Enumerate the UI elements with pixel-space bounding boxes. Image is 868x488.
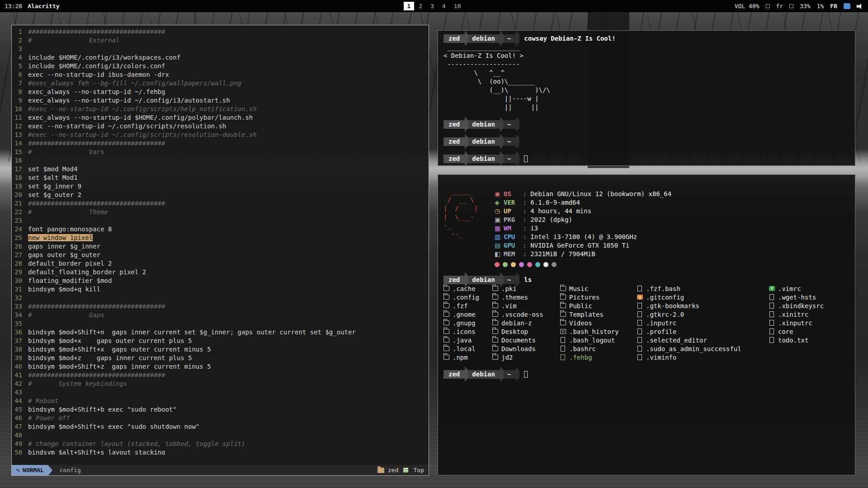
- code-line-31[interactable]: 31bindsym $mod+q kill: [14, 285, 427, 294]
- code-line-37[interactable]: 37bindsym $mod+x gaps outer current plus…: [14, 337, 427, 345]
- ls-item: .gnupg: [443, 319, 492, 327]
- code-line-17[interactable]: 17set $mod Mod4: [14, 165, 427, 174]
- folder-icon: [443, 355, 449, 360]
- code-line-44[interactable]: 44# Reboot: [14, 397, 427, 405]
- file-icon: [637, 303, 642, 309]
- code-line-20[interactable]: 20set $g_outer 2: [14, 191, 427, 199]
- code-line-50[interactable]: 50bindsym $alt+Shift+s layout stacking: [14, 448, 427, 455]
- neofetch-row-os: ◉OS : Debian GNU/Linux 12 (bookworm) x86…: [495, 190, 671, 198]
- shell-prompt: zeddebian~: [443, 155, 519, 163]
- code-line-3[interactable]: 3: [14, 45, 427, 53]
- line-number: 13: [14, 131, 28, 139]
- code-line-34[interactable]: 34# Gaps: [14, 311, 427, 319]
- code-line-30[interactable]: 30floating_modifier $mod: [14, 277, 427, 285]
- code-line-45[interactable]: 45bindsym $mod+Shift+b exec "sudo reboot…: [14, 405, 427, 414]
- code-line-8[interactable]: 8exec_always --no-startup-id ~/.fehbg: [14, 88, 427, 96]
- file-icon: [769, 294, 774, 300]
- code-line-23[interactable]: 23: [14, 216, 427, 225]
- speaker-icon[interactable]: [857, 3, 863, 9]
- workspace-button-4[interactable]: 4: [439, 2, 449, 10]
- code-line-39[interactable]: 39bindsym $mod+z gaps inner current plus…: [14, 354, 427, 362]
- code-text: set $mod Mod4: [28, 165, 78, 174]
- terminal-cowsay-window[interactable]: zeddebian~ cowsay Debian-Z Is Cool! ____…: [438, 30, 855, 166]
- neofetch-output: _____ / __ \ | / | | \___- -_ --_ ◉OS : …: [443, 187, 849, 267]
- file-name: todo.txt: [778, 337, 808, 344]
- code-line-36[interactable]: 36bindsym $mod+Shift+n gaps inner curren…: [14, 328, 427, 337]
- separator: :: [519, 199, 530, 206]
- code-text: bindsym $mod+Shift+s exec "sudo shutdown…: [28, 422, 199, 431]
- palette-dot: [535, 262, 540, 267]
- code-area[interactable]: 1####################################2# …: [12, 25, 429, 455]
- code-line-13[interactable]: 13#exec --no-startup-id ~/.config/script…: [14, 131, 427, 139]
- code-line-33[interactable]: 33####################################: [14, 302, 427, 311]
- palette-dot: [543, 262, 548, 267]
- code-line-25[interactable]: 25new_window 1pixel: [14, 234, 427, 242]
- file-name: .sudo_as_admin_successful: [646, 345, 741, 352]
- workspace-button-2[interactable]: 2: [415, 2, 426, 10]
- code-line-6[interactable]: 6exec --no-startup-id ibus-daemon -drx: [14, 70, 427, 79]
- code-line-21[interactable]: 21####################################: [14, 199, 427, 208]
- powerline-arrow-icon: [465, 151, 468, 166]
- code-line-32[interactable]: 32: [14, 294, 427, 302]
- code-line-41[interactable]: 41####################################: [14, 371, 427, 380]
- code-line-26[interactable]: 26gaps inner $g_inner: [14, 242, 427, 251]
- code-line-22[interactable]: 22# Theme: [14, 208, 427, 216]
- neofetch-row-wm: ▦WM : i3: [495, 224, 671, 233]
- code-line-5[interactable]: 5include $HOME/.config/i3/colors.conf: [14, 62, 427, 70]
- file-icon: [769, 328, 774, 334]
- code-line-15[interactable]: 15# Vars: [14, 148, 427, 156]
- ls-item: .gitconfig: [637, 293, 769, 301]
- folder-icon: [443, 295, 449, 300]
- code-line-48[interactable]: 48: [14, 431, 427, 440]
- file-name: .selected_editor: [646, 337, 707, 344]
- vim-editor-window[interactable]: 1####################################2# …: [11, 25, 429, 476]
- powerline-arrow-icon: [465, 366, 468, 382]
- code-line-11[interactable]: 11exec_always --no-startup-id $HOME/.con…: [14, 113, 427, 122]
- code-line-14[interactable]: 14####################################: [14, 139, 427, 148]
- code-line-40[interactable]: 40bindsym $mod+Shift+z gaps inner curren…: [14, 362, 427, 371]
- code-line-29[interactable]: 29default_floating_border pixel 2: [14, 268, 427, 277]
- code-line-19[interactable]: 19set $g_inner 9: [14, 182, 427, 191]
- code-line-9[interactable]: 9exec_always --no-startup-id ~/.config/i…: [14, 96, 427, 105]
- code-line-35[interactable]: 35: [14, 319, 427, 328]
- code-line-16[interactable]: 16: [14, 156, 427, 165]
- code-line-28[interactable]: 28default_border pixel 2: [14, 259, 427, 268]
- code-line-18[interactable]: 18set $alt Mod1: [14, 174, 427, 182]
- ls-item: .profile: [637, 327, 769, 336]
- code-text: gaps outer $g_outer: [28, 251, 100, 259]
- ver-icon: ◈: [495, 198, 504, 207]
- folder-icon: [443, 303, 449, 308]
- code-line-27[interactable]: 27gaps outer $g_outer: [14, 251, 427, 259]
- workspace-button-10[interactable]: 10: [450, 2, 465, 10]
- code-line-10[interactable]: 10#exec --no-startup-id ~/.config/script…: [14, 105, 427, 113]
- code-line-7[interactable]: 7#exec_always feh --bg-fill ~/.config/wa…: [14, 79, 427, 88]
- prompt-user: zed: [443, 155, 465, 163]
- code-line-2[interactable]: 2# External: [14, 36, 427, 45]
- line-number: 30: [14, 277, 28, 285]
- code-line-42[interactable]: 42# System keybindings: [14, 380, 427, 388]
- code-text: # change container layout (stacked, tabb…: [28, 440, 245, 448]
- code-line-43[interactable]: 43: [14, 388, 427, 397]
- workspace-button-1[interactable]: 1: [404, 2, 415, 10]
- powerline-arrow-icon: [465, 272, 468, 287]
- code-line-38[interactable]: 38bindsym $mod+Shift+x gaps outer curren…: [14, 345, 427, 354]
- code-text: ####################################: [28, 28, 165, 36]
- file-name: .vscode-oss: [501, 311, 543, 318]
- separator: :: [519, 233, 530, 240]
- neofetch-label: WM: [504, 224, 519, 233]
- powerline-arrow-icon: [500, 366, 504, 382]
- code-text: set $g_outer 2: [28, 191, 81, 199]
- folder-icon: [443, 320, 449, 325]
- code-text: set $alt Mod1: [28, 174, 78, 182]
- code-line-24[interactable]: 24font pango:monospace 8: [14, 225, 427, 234]
- code-line-47[interactable]: 47bindsym $mod+Shift+s exec "sudo shutdo…: [14, 422, 427, 431]
- code-line-49[interactable]: 49# change container layout (stacked, ta…: [14, 440, 427, 448]
- code-line-1[interactable]: 1####################################: [14, 28, 427, 36]
- code-line-12[interactable]: 12exec --no-startup-id ~/.config/scripts…: [14, 122, 427, 131]
- workspace-button-3[interactable]: 3: [427, 2, 438, 10]
- terminal-neofetch-window[interactable]: _____ / __ \ | / | | \___- -_ --_ ◉OS : …: [438, 174, 855, 475]
- ls-item: Music: [560, 284, 637, 293]
- folder-icon: [443, 286, 449, 291]
- code-line-46[interactable]: 46# Power off: [14, 414, 427, 422]
- code-line-4[interactable]: 4include $HOME/.config/i3/workspaces.con…: [14, 53, 427, 62]
